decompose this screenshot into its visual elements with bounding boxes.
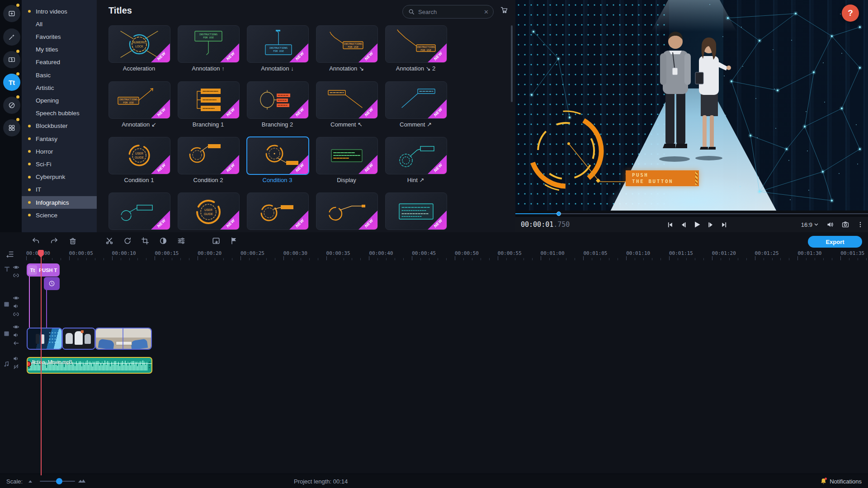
sidebar-item-cyberpunk[interactable]: Cyberpunk bbox=[22, 171, 97, 183]
zoom-in-icon[interactable] bbox=[78, 478, 86, 483]
title-card-condition-3[interactable]: NEW bbox=[246, 136, 309, 175]
delete-button[interactable] bbox=[69, 237, 77, 245]
audio-clip[interactable]: Action_Movie.mp3 bbox=[27, 357, 152, 374]
title-card-row4-1[interactable]: NEW bbox=[108, 192, 170, 230]
scale-slider-knob[interactable] bbox=[56, 478, 62, 484]
trim-handle-right[interactable] bbox=[149, 361, 150, 370]
title-card-row4-3[interactable]: NEW bbox=[247, 192, 309, 230]
title-card-comment-[interactable]: NEW bbox=[316, 81, 378, 119]
video-clip-1[interactable] bbox=[27, 328, 62, 350]
timeline-ruler[interactable]: 00:00:0000:00:0500:00:1000:00:1500:00:20… bbox=[22, 249, 868, 260]
clear-search-icon[interactable]: ✕ bbox=[484, 9, 489, 15]
sidebar-item-infographics[interactable]: Infographics bbox=[22, 196, 97, 209]
playhead-line[interactable] bbox=[41, 257, 42, 475]
sidebar-item-featured[interactable]: Featured bbox=[22, 56, 97, 69]
properties-sliders-button[interactable] bbox=[177, 237, 185, 245]
audio-toggle[interactable] bbox=[13, 355, 19, 362]
prev-frame-button[interactable] bbox=[680, 221, 687, 228]
eye-toggle[interactable] bbox=[13, 264, 19, 271]
sidebar-item-basic[interactable]: Basic bbox=[22, 69, 97, 81]
seek-knob[interactable] bbox=[557, 211, 561, 216]
sidebar-item-blockbuster[interactable]: Blockbuster bbox=[22, 120, 97, 132]
overlay-line1: PUSH bbox=[632, 172, 699, 178]
element-clip[interactable] bbox=[44, 277, 60, 290]
seek-track[interactable] bbox=[515, 213, 868, 214]
color-adjust-button[interactable] bbox=[159, 237, 167, 245]
rail-item-titles[interactable]: Tt bbox=[3, 74, 20, 91]
audio-toggle[interactable] bbox=[13, 332, 19, 338]
title-card-annotation-[interactable]: INSTRUCTIONSFOR USENEW bbox=[108, 81, 170, 119]
title-card-annotation-2[interactable]: INSTRUCTIONSFOR USENEW bbox=[385, 25, 447, 63]
sidebar-item-speech-bubbles[interactable]: Speech bubbles bbox=[22, 107, 97, 120]
play-button[interactable] bbox=[693, 221, 701, 229]
redo-button[interactable] bbox=[50, 237, 58, 245]
title-card-display[interactable]: NEW bbox=[316, 137, 378, 174]
title-card-row4-2[interactable]: USERGUIDENEW bbox=[178, 192, 240, 230]
next-frame-button[interactable] bbox=[708, 221, 714, 228]
aspect-ratio-select[interactable]: 16:9 bbox=[801, 221, 818, 228]
sidebar-item-artistic[interactable]: Artistic bbox=[22, 81, 97, 94]
rail-item-media[interactable] bbox=[3, 5, 20, 22]
unlink-toggle[interactable] bbox=[13, 363, 19, 370]
snapshot-camera-icon[interactable] bbox=[842, 221, 849, 228]
title-card-acceleration[interactable]: NUMERICLOCKNEW bbox=[108, 25, 170, 63]
sidebar-item-favorites[interactable]: Favorites bbox=[22, 30, 97, 43]
overlay-pip-button[interactable] bbox=[212, 237, 220, 245]
zoom-out-icon[interactable] bbox=[28, 479, 34, 483]
title-card-condition-2[interactable]: NEW bbox=[178, 137, 240, 174]
return-arrow-toggle[interactable] bbox=[13, 340, 19, 347]
sidebar-item-my-titles[interactable]: My titles bbox=[22, 43, 97, 56]
sidebar-item-horror[interactable]: Horror bbox=[22, 145, 97, 158]
add-track-icon[interactable] bbox=[6, 250, 14, 258]
title-card-comment-[interactable]: NEW bbox=[385, 81, 447, 119]
sidebar-item-label: Favorites bbox=[36, 33, 61, 40]
title-card-annotation-[interactable]: INSTRUCTIONSFOR USENEW bbox=[316, 25, 378, 63]
sidebar-item-science[interactable]: Science bbox=[22, 209, 97, 221]
title-card-annotation-[interactable]: INSTRUCTIONSFOR USENEW bbox=[178, 25, 240, 63]
help-button[interactable]: ? bbox=[842, 5, 859, 22]
seek-bar[interactable] bbox=[515, 211, 868, 217]
title-card-annotation-[interactable]: INSTRUCTIONSFOR USENEW bbox=[247, 25, 309, 63]
title-card-condition-1[interactable]: USERGUIDENEW bbox=[108, 137, 170, 174]
title-card-branching-1[interactable]: NEW bbox=[178, 81, 240, 119]
svg-text:INSTRUCTIONS: INSTRUCTIONS bbox=[119, 98, 137, 101]
cart-icon[interactable] bbox=[500, 6, 508, 14]
video-clip-2[interactable] bbox=[62, 328, 95, 350]
rail-item-transitions[interactable] bbox=[3, 51, 20, 68]
title-card-label: Annotation ↘ 2 bbox=[385, 65, 446, 72]
title-card-hint-[interactable]: NEW bbox=[385, 137, 447, 174]
title-card-row4-5[interactable]: NEW bbox=[385, 192, 447, 230]
rail-item-filters[interactable] bbox=[3, 28, 20, 46]
sidebar-item-it[interactable]: IT bbox=[22, 183, 97, 196]
volume-icon[interactable] bbox=[826, 221, 834, 228]
kebab-menu-icon[interactable] bbox=[857, 221, 863, 228]
video-frame[interactable]: PUSH THE BUTTON ? bbox=[515, 0, 868, 211]
sidebar-item-all[interactable]: All bbox=[22, 18, 97, 30]
skip-end-button[interactable] bbox=[721, 221, 727, 228]
sidebar-item-opening[interactable]: Opening bbox=[22, 94, 97, 107]
link-toggle[interactable] bbox=[13, 272, 19, 279]
marker-flag-button[interactable] bbox=[230, 237, 238, 245]
split-scissors-button[interactable] bbox=[105, 237, 113, 245]
undo-button[interactable] bbox=[32, 237, 40, 245]
rotate-button[interactable] bbox=[123, 237, 132, 245]
notifications-button[interactable]: Notifications bbox=[820, 478, 862, 485]
video-clip-3[interactable] bbox=[95, 328, 152, 350]
sidebar-item-sci-fi[interactable]: Sci-Fi bbox=[22, 158, 97, 170]
eye-toggle[interactable] bbox=[13, 324, 19, 330]
rail-item-stickers[interactable] bbox=[3, 97, 20, 114]
title-clip[interactable]: Tt PUSH T bbox=[27, 263, 60, 277]
rail-item-more-tools[interactable] bbox=[3, 119, 20, 136]
sidebar-item-intro-videos[interactable]: Intro videos bbox=[22, 5, 97, 18]
title-card-row4-4[interactable]: NEW bbox=[316, 192, 378, 230]
audio-toggle[interactable] bbox=[13, 303, 19, 310]
title-card-branching-2[interactable]: NEW bbox=[247, 81, 309, 119]
skip-start-button[interactable] bbox=[667, 221, 674, 228]
export-button[interactable]: Export bbox=[808, 236, 862, 248]
search-input[interactable]: Search ✕ bbox=[402, 5, 494, 19]
panel-scrollbar[interactable] bbox=[511, 25, 513, 102]
sidebar-item-fantasy[interactable]: Fantasy bbox=[22, 132, 97, 145]
link-toggle[interactable] bbox=[13, 311, 19, 318]
eye-toggle[interactable] bbox=[13, 295, 19, 301]
crop-button[interactable] bbox=[141, 237, 149, 245]
